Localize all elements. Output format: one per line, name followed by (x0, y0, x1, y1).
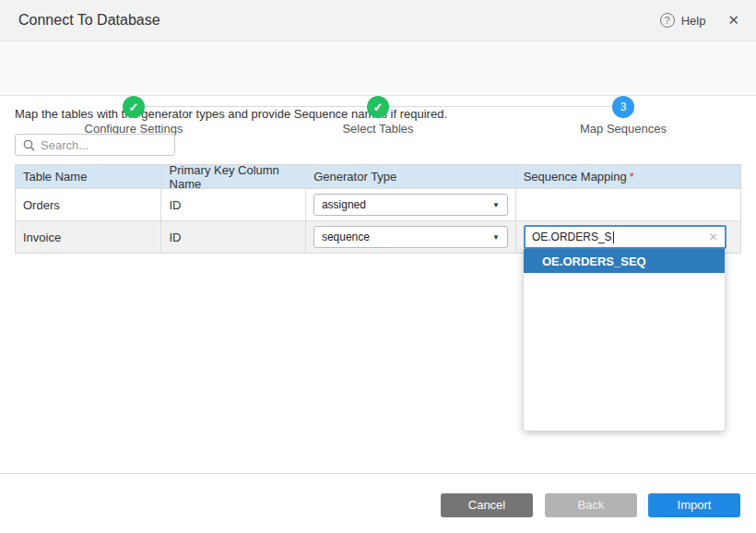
step-label-map-sequences: Map Sequences (531, 122, 715, 136)
back-button[interactable]: Back (545, 493, 637, 517)
sequence-mapping-input[interactable]: OE.ORDERS_S ✕ (524, 225, 726, 249)
column-header-sequence-mapping: Sequence Mapping * (516, 165, 740, 188)
generator-type-select-invoice[interactable]: sequence ▼ (313, 226, 508, 248)
help-label: Help (681, 14, 706, 28)
cell-table-name: Orders (16, 189, 161, 220)
sequence-autocomplete-dropdown: OE.ORDERS_SEQ (524, 249, 725, 431)
step-configure-settings-indicator[interactable]: ✓ (123, 96, 145, 118)
table-row-orders: Orders ID assigned ▼ (16, 188, 740, 220)
column-header-table-name: Table Name (16, 165, 162, 188)
footer-divider (0, 473, 756, 474)
table-row-invoice: Invoice ID sequence ▼ OE.ORDERS_S ✕ (16, 220, 740, 253)
cell-sequence-mapping: OE.ORDERS_S ✕ (516, 221, 740, 253)
generator-type-value: sequence (322, 231, 370, 243)
dialog-titlebar: Connect To Database ? Help ✕ (0, 0, 756, 41)
help-button[interactable]: ? Help (660, 13, 706, 28)
cancel-button[interactable]: Cancel (441, 493, 533, 517)
sequence-mapping-input-value: OE.ORDERS_S (532, 231, 612, 243)
check-icon: ✓ (373, 101, 384, 114)
cell-table-name: Invoice (16, 221, 161, 253)
step-number: 3 (620, 101, 627, 113)
close-icon[interactable]: ✕ (727, 12, 739, 29)
step-select-tables-indicator[interactable]: ✓ (367, 96, 389, 118)
clear-input-icon[interactable]: ✕ (709, 231, 718, 243)
titlebar-actions: ? Help ✕ (660, 12, 739, 29)
chevron-down-icon: ▼ (492, 201, 500, 209)
wizard-stepper: ✓ ✓ 3 Configure Settings Select Tables M… (0, 42, 756, 96)
search-placeholder: Search... (41, 138, 89, 152)
cell-sequence-mapping-empty (516, 189, 740, 220)
sequence-mapping-table: Table Name Primary Key Column Name Gener… (15, 164, 741, 254)
column-header-generator-type: Generator Type (306, 165, 515, 188)
search-icon (23, 139, 35, 151)
check-icon: ✓ (129, 101, 139, 114)
chevron-down-icon: ▼ (492, 233, 500, 242)
text-caret (613, 231, 614, 243)
search-input[interactable]: Search... (15, 134, 175, 156)
cell-primary-key: ID (161, 221, 305, 253)
dialog-title: Connect To Database (18, 12, 160, 29)
autocomplete-option-oe-orders-seq[interactable]: OE.ORDERS_SEQ (524, 249, 725, 273)
cell-generator-type: sequence ▼ (306, 221, 516, 253)
generator-type-value: assigned (322, 198, 366, 211)
required-asterisk: * (630, 170, 634, 184)
question-circle-icon: ? (660, 13, 675, 28)
table-header-row: Table Name Primary Key Column Name Gener… (16, 165, 740, 188)
column-header-primary-key: Primary Key Column Name (162, 165, 307, 188)
column-header-sequence-mapping-label: Sequence Mapping (524, 170, 627, 184)
cell-primary-key: ID (161, 189, 305, 220)
generator-type-select-orders[interactable]: assigned ▼ (313, 194, 508, 216)
step-label-select-tables: Select Tables (286, 122, 470, 136)
step-map-sequences-indicator[interactable]: 3 (612, 96, 634, 118)
cell-generator-type: assigned ▼ (306, 189, 516, 220)
import-button[interactable]: Import (648, 493, 740, 517)
